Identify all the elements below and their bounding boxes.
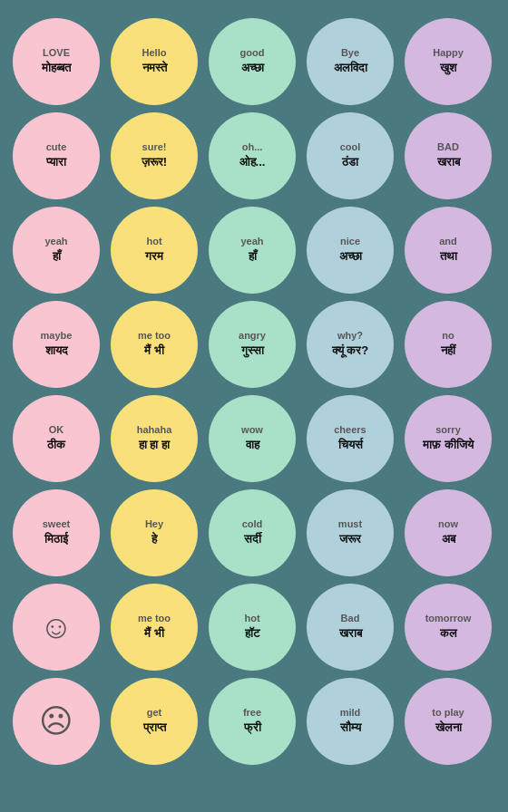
sticker-hindi: नमस्ते xyxy=(142,61,167,76)
sticker-hindi: ज़रूर! xyxy=(142,155,167,170)
sticker-hindi: शायद xyxy=(45,343,68,359)
list-item[interactable]: hotहॉट xyxy=(209,584,296,671)
sticker-english: me too xyxy=(138,613,171,624)
list-item[interactable]: angryगुस्सा xyxy=(209,301,296,388)
list-item[interactable]: yeahहाँ xyxy=(209,207,296,294)
list-item[interactable]: oh...ओह... xyxy=(209,112,296,199)
sticker-hindi: माफ़ कीजिये xyxy=(423,438,474,453)
sticker-hindi: ओह... xyxy=(239,155,266,170)
sticker-english: wow xyxy=(241,424,263,436)
sticker-hindi: गरम xyxy=(145,249,163,265)
list-item[interactable]: nowअब xyxy=(405,489,492,576)
sticker-hindi: प्राप्त xyxy=(143,720,166,736)
list-item[interactable]: freeफ्री xyxy=(209,678,296,765)
list-item[interactable]: Byeअलविदा xyxy=(307,18,394,105)
sticker-english: angry xyxy=(239,330,266,342)
sticker-english: yeah xyxy=(44,236,67,247)
sticker-hindi: जरूर xyxy=(339,532,361,547)
sticker-english: hahaha xyxy=(137,424,172,436)
list-item[interactable]: Heyहे xyxy=(111,489,198,576)
sticker-english: why? xyxy=(337,330,363,342)
list-item[interactable]: sure!ज़रूर! xyxy=(111,112,198,199)
sticker-hindi: प्यारा xyxy=(46,155,66,170)
list-item[interactable]: andतथा xyxy=(405,207,492,294)
face-icon: ☹ xyxy=(39,705,73,738)
sticker-english: Bad xyxy=(341,613,360,624)
sticker-english: hot xyxy=(244,613,259,624)
sticker-english: cool xyxy=(340,141,361,153)
sticker-english: OK xyxy=(49,424,64,436)
list-item[interactable]: cuteप्यारा xyxy=(13,112,100,199)
list-item[interactable]: Helloनमस्ते xyxy=(111,18,198,105)
list-item[interactable]: me tooमैं भी xyxy=(111,301,198,388)
list-item[interactable]: hotगरम xyxy=(111,207,198,294)
list-item[interactable]: coolठंडा xyxy=(307,112,394,199)
list-item[interactable]: niceअच्छा xyxy=(307,207,394,294)
sticker-hindi: मिठाई xyxy=(44,532,68,547)
sticker-hindi: नहीं xyxy=(441,343,455,359)
list-item[interactable]: mildसौम्य xyxy=(307,678,394,765)
list-item[interactable]: ☺ xyxy=(13,584,100,671)
sticker-english: hot xyxy=(146,236,161,247)
list-item[interactable]: LOVEमोहब्बत xyxy=(13,18,100,105)
sticker-hindi: हॉट xyxy=(245,626,259,642)
sticker-english: maybe xyxy=(41,330,73,342)
sticker-english: Happy xyxy=(433,47,464,59)
sticker-english: mild xyxy=(340,707,361,719)
list-item[interactable]: cheersचियर्स xyxy=(307,395,394,482)
face-icon: ☺ xyxy=(40,611,73,643)
sticker-hindi: हाँ xyxy=(53,249,61,265)
list-item[interactable]: wowवाह xyxy=(209,395,296,482)
sticker-english: no xyxy=(442,330,454,342)
sticker-hindi: गुस्सा xyxy=(241,343,264,359)
list-item[interactable]: ☹ xyxy=(13,678,100,765)
sticker-english: BAD xyxy=(437,141,459,153)
sticker-hindi: ठंडा xyxy=(342,155,358,170)
list-item[interactable]: why?क्यूं कर? xyxy=(307,301,394,388)
sticker-english: and xyxy=(439,236,457,247)
list-item[interactable]: mustजरूर xyxy=(307,489,394,576)
sticker-hindi: हा हा हा xyxy=(139,438,170,453)
sticker-english: LOVE xyxy=(43,47,70,59)
list-item[interactable]: tomorrowकल xyxy=(405,584,492,671)
list-item[interactable]: sorryमाफ़ कीजिये xyxy=(405,395,492,482)
sticker-english: free xyxy=(243,707,261,719)
sticker-english: cheers xyxy=(334,424,366,436)
sticker-hindi: तथा xyxy=(440,249,457,265)
list-item[interactable]: me tooमैं भी xyxy=(111,584,198,671)
list-item[interactable]: BADखराब xyxy=(405,112,492,199)
sticker-english: me too xyxy=(138,330,171,342)
list-item[interactable]: to playखेलना xyxy=(405,678,492,765)
list-item[interactable]: OKठीक xyxy=(13,395,100,482)
list-item[interactable]: coldसर्दी xyxy=(209,489,296,576)
list-item[interactable]: sweetमिठाई xyxy=(13,489,100,576)
sticker-hindi: खराब xyxy=(437,155,460,170)
sticker-hindi: मोहब्बत xyxy=(42,61,71,76)
sticker-hindi: वाह xyxy=(246,438,259,453)
sticker-english: sure! xyxy=(142,141,167,153)
list-item[interactable]: Badखराब xyxy=(307,584,394,671)
sticker-english: oh... xyxy=(242,141,263,153)
list-item[interactable]: Happyखुश xyxy=(405,18,492,105)
sticker-english: good xyxy=(240,47,265,59)
sticker-english: Bye xyxy=(341,47,359,59)
list-item[interactable]: goodअच्छा xyxy=(209,18,296,105)
list-item[interactable]: getप्राप्त xyxy=(111,678,198,765)
list-item[interactable]: noनहीं xyxy=(405,301,492,388)
sticker-hindi: फ्री xyxy=(244,720,261,736)
sticker-english: get xyxy=(147,707,162,719)
sticker-english: cute xyxy=(46,141,67,153)
sticker-english: cold xyxy=(242,518,263,530)
sticker-english: Hey xyxy=(145,518,163,530)
sticker-hindi: अच्छा xyxy=(339,249,362,265)
sticker-hindi: अलविदा xyxy=(334,61,367,76)
sticker-hindi: ठीक xyxy=(47,438,65,453)
list-item[interactable]: hahahaहा हा हा xyxy=(111,395,198,482)
sticker-hindi: चियर्स xyxy=(338,438,363,453)
sticker-english: nice xyxy=(340,236,360,247)
sticker-hindi: खराब xyxy=(339,626,362,642)
sticker-hindi: खुश xyxy=(440,61,456,76)
list-item[interactable]: yeahहाँ xyxy=(13,207,100,294)
sticker-hindi: हे xyxy=(151,532,157,547)
list-item[interactable]: maybeशायद xyxy=(13,301,100,388)
